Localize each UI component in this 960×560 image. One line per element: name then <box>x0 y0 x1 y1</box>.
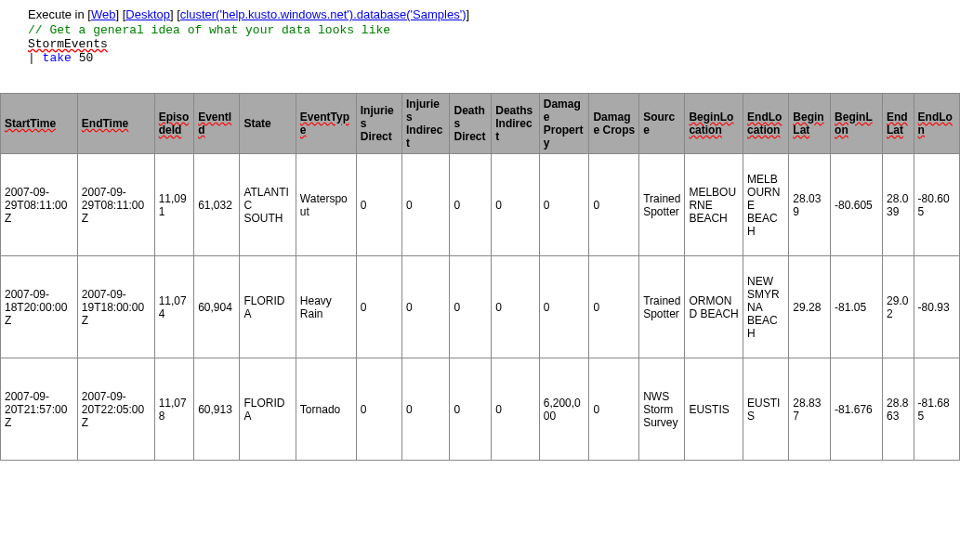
cell-injuriesindirect: 0 <box>402 154 450 256</box>
cell-endlon: -80.605 <box>914 154 959 256</box>
sep2: ] [ <box>170 7 180 21</box>
cell-beginlon: -81.05 <box>831 256 883 358</box>
cell-eventid: 61,032 <box>194 154 240 256</box>
execute-prefix: Execute in [ <box>28 7 91 21</box>
col-eventid[interactable]: EventId <box>194 94 240 154</box>
table-row[interactable]: 2007-09-18T20:00:00Z2007-09-19T18:00:00Z… <box>1 256 960 358</box>
web-link[interactable]: Web <box>91 7 116 21</box>
cell-endtime: 2007-09-19T18:00:00Z <box>77 256 154 358</box>
cell-injuriesindirect: 0 <box>402 358 450 461</box>
col-starttime[interactable]: StartTime <box>1 94 78 154</box>
cell-damagecrops: 0 <box>589 256 639 358</box>
cell-damageproperty: 6,200,000 <box>539 358 589 461</box>
cell-injuriesdirect: 0 <box>356 154 401 256</box>
code-keyword-take: take <box>43 51 72 65</box>
cell-eventtype: Waterspout <box>296 154 356 256</box>
cell-beginlon: -80.605 <box>831 154 883 256</box>
cell-source: Trained Spotter <box>639 154 685 256</box>
cell-starttime: 2007-09-29T08:11:00Z <box>1 154 78 256</box>
cell-endlocation: NEW SMYRNA BEACH <box>743 256 789 358</box>
cell-endlocation: EUSTIS <box>743 358 789 461</box>
cell-endlat: 28.039 <box>883 154 914 256</box>
code-comment: // Get a general idea of what your data … <box>28 23 960 37</box>
cell-deathsdirect: 0 <box>450 358 492 461</box>
col-eventtype[interactable]: EventType <box>296 94 356 154</box>
cell-damagecrops: 0 <box>589 154 639 256</box>
sep1: ] [ <box>115 7 125 21</box>
col-end-lat[interactable]: EndLat <box>883 94 914 154</box>
col-damage-property[interactable]: Damage Property <box>539 94 589 154</box>
cell-deathsindirect: 0 <box>492 358 539 461</box>
col-state[interactable]: State <box>240 94 296 154</box>
cell-episodeid: 11,074 <box>154 256 194 358</box>
code-table-name: StormEvents <box>28 37 108 51</box>
col-endtime[interactable]: EndTime <box>77 94 154 154</box>
cell-starttime: 2007-09-20T21:57:00Z <box>1 358 78 461</box>
cell-eventtype: Tornado <box>296 358 356 461</box>
col-source[interactable]: Source <box>639 94 685 154</box>
cell-deathsdirect: 0 <box>450 256 492 358</box>
cluster-link[interactable]: cluster('help.kusto.windows.net').databa… <box>180 7 467 21</box>
execute-suffix: ] <box>466 7 469 21</box>
col-injuries-indirect[interactable]: Injuries Indirect <box>402 94 450 154</box>
cell-damageproperty: 0 <box>539 256 589 358</box>
cell-damagecrops: 0 <box>589 358 639 461</box>
cell-eventtype: Heavy Rain <box>296 256 356 358</box>
cell-beginlocation: ORMOND BEACH <box>685 256 743 358</box>
col-end-location[interactable]: EndLocation <box>743 94 789 154</box>
cell-deathsdirect: 0 <box>450 154 492 256</box>
cell-endlon: -80.93 <box>914 256 959 358</box>
cell-deathsindirect: 0 <box>492 154 539 256</box>
cell-endtime: 2007-09-20T22:05:00Z <box>77 358 154 461</box>
cell-state: FLORIDA <box>240 358 296 461</box>
cell-endlat: 28.863 <box>883 358 914 461</box>
cell-damageproperty: 0 <box>539 154 589 256</box>
execute-header: Execute in [Web] [Desktop] [cluster('hel… <box>0 0 960 23</box>
table-row[interactable]: 2007-09-29T08:11:00Z2007-09-29T08:11:00Z… <box>1 154 960 256</box>
col-deaths-direct[interactable]: Deaths Direct <box>450 94 492 154</box>
desktop-link[interactable]: Desktop <box>125 7 170 21</box>
cell-endlat: 29.02 <box>883 256 914 358</box>
cell-state: FLORIDA <box>240 256 296 358</box>
cell-beginlat: 28.039 <box>789 154 831 256</box>
cell-eventid: 60,913 <box>194 358 240 461</box>
code-editor[interactable]: // Get a general idea of what your data … <box>0 23 960 74</box>
col-damage-crops[interactable]: Damage Crops <box>589 94 639 154</box>
cell-injuriesdirect: 0 <box>356 256 401 358</box>
code-number: 50 <box>72 51 93 65</box>
col-end-lon[interactable]: EndLon <box>914 94 959 154</box>
cell-injuriesdirect: 0 <box>356 358 401 461</box>
cell-beginlocation: EUSTIS <box>685 358 743 461</box>
table-header-row: StartTime EndTime EpisodeId EventId Stat… <box>1 94 960 154</box>
cell-beginlat: 28.837 <box>789 358 831 461</box>
cell-starttime: 2007-09-18T20:00:00Z <box>1 256 78 358</box>
cell-eventid: 60,904 <box>194 256 240 358</box>
table-row[interactable]: 2007-09-20T21:57:00Z2007-09-20T22:05:00Z… <box>1 358 960 461</box>
col-begin-location[interactable]: BeginLocation <box>685 94 743 154</box>
cell-state: ATLANTIC SOUTH <box>240 154 296 256</box>
col-deaths-indirect[interactable]: Deaths Indirect <box>492 94 539 154</box>
col-injuries-direct[interactable]: Injuries Direct <box>356 94 401 154</box>
cell-source: Trained Spotter <box>639 256 685 358</box>
results-table: StartTime EndTime EpisodeId EventId Stat… <box>0 93 960 461</box>
code-pipe: | <box>28 51 43 65</box>
cell-episodeid: 11,078 <box>154 358 194 461</box>
cell-endtime: 2007-09-29T08:11:00Z <box>77 154 154 256</box>
cell-beginlocation: MELBOURNE BEACH <box>685 154 743 256</box>
cell-beginlat: 29.28 <box>789 256 831 358</box>
cell-endlon: -81.685 <box>914 358 959 461</box>
cell-injuriesindirect: 0 <box>402 256 450 358</box>
col-begin-lon[interactable]: BeginLon <box>831 94 883 154</box>
cell-episodeid: 11,091 <box>154 154 194 256</box>
cell-endlocation: MELBOURNE BEACH <box>743 154 789 256</box>
col-episodeid[interactable]: EpisodeId <box>154 94 194 154</box>
col-begin-lat[interactable]: BeginLat <box>789 94 831 154</box>
cell-source: NWS Storm Survey <box>639 358 685 461</box>
cell-deathsindirect: 0 <box>492 256 539 358</box>
cell-beginlon: -81.676 <box>831 358 883 461</box>
